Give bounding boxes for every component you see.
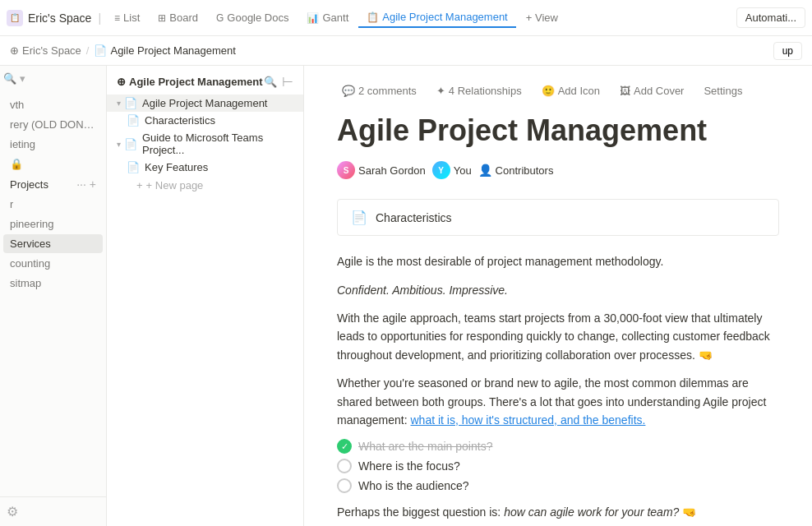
author-sarah[interactable]: S Sarah Gordon (337, 161, 426, 179)
tree-item-key-features[interactable]: 📄 Key Features (107, 159, 303, 176)
tree-item-agile-root[interactable]: ▾ 📄 Agile Project Management (107, 95, 303, 112)
left-panel: ⊕ Agile Project Management 🔍 ⊢ ▾ 📄 Agile… (107, 66, 304, 526)
sidebar-item-projects[interactable]: Projects ··· + (3, 174, 103, 194)
left-panel-actions: 🔍 ⊢ (264, 74, 293, 90)
add-icon-button[interactable]: 🙂 Add Icon (537, 82, 605, 99)
new-page-button[interactable]: + + New page (107, 176, 303, 195)
checkbox-3[interactable] (337, 478, 352, 493)
authors-row: S Sarah Gordon Y You 👤 Contributors (337, 161, 779, 179)
add-cover-button[interactable]: 🖼 Add Cover (615, 82, 689, 99)
comments-button[interactable]: 💬 2 comments (337, 82, 422, 99)
space-icon: 📋 (7, 10, 23, 26)
settings-button[interactable]: Settings (699, 82, 747, 99)
panel-space-icon: ⊕ (117, 76, 126, 88)
author-you[interactable]: Y You (432, 161, 472, 179)
sidebar-item-lock[interactable]: 🔒 (3, 155, 103, 173)
comment-icon: 💬 (342, 85, 355, 97)
main-layout: 🔍 ▾ vth rery (OLD DON'T US... ieting 🔒 P… (0, 66, 812, 526)
checklist-item-3[interactable]: Who is the audience? (337, 478, 779, 493)
sidebar-settings-icon[interactable]: ⚙ (7, 505, 18, 519)
automation-button[interactable]: Automati... (736, 7, 805, 28)
tree-doc-icon-char: 📄 (127, 114, 140, 127)
checklist: What are the main points? Where is the f… (337, 439, 779, 493)
tree-item-characteristics[interactable]: 📄 Characteristics (107, 112, 303, 129)
tree-doc-icon: 📄 (124, 97, 137, 109)
up-button[interactable]: up (773, 42, 802, 60)
sidebar: 🔍 ▾ vth rery (OLD DON'T US... ieting 🔒 P… (0, 66, 107, 526)
sidebar-item-vth[interactable]: vth (3, 95, 103, 114)
search-icon: 🔍 (3, 72, 16, 85)
breadcrumb-space[interactable]: ⊕ Eric's Space (10, 44, 81, 57)
tree-guide-toggle: ▾ (117, 140, 121, 149)
space-breadcrumb-icon: ⊕ (10, 44, 19, 57)
sidebar-item-services[interactable]: Services (3, 234, 103, 253)
panel-search-icon[interactable]: 🔍 (264, 76, 277, 88)
tab-gantt[interactable]: 📊 Gantt (298, 8, 357, 27)
characteristics-box[interactable]: 📄 Characteristics (337, 199, 779, 236)
relationships-icon: ✦ (436, 85, 445, 97)
content-final-paragraph: Perhaps the biggest question is: how can… (337, 503, 779, 521)
checklist-item-2[interactable]: Where is the focus? (337, 459, 779, 473)
nav-left: 📋 Eric's Space | (7, 10, 103, 26)
relationships-button[interactable]: ✦ 4 Relationships (431, 82, 527, 99)
projects-more-icon[interactable]: ··· (76, 178, 86, 191)
cover-icon: 🖼 (620, 85, 630, 97)
checkbox-2[interactable] (337, 459, 352, 473)
sidebar-item-engineering[interactable]: pineering (3, 215, 103, 233)
contributors-icon: 👤 (478, 164, 492, 177)
breadcrumb: ⊕ Eric's Space / 📄 Agile Project Managem… (0, 36, 812, 66)
tab-google-docs[interactable]: G Google Docs (208, 8, 298, 27)
sidebar-item-counting[interactable]: counting (3, 254, 103, 273)
left-panel-title: ⊕ Agile Project Management (117, 76, 263, 88)
content-paragraph-4: Whether you're seasoned or brand new to … (337, 374, 779, 429)
tree-toggle-icon: ▾ (117, 99, 121, 108)
panel-menu-icon[interactable]: ⊢ (282, 74, 293, 90)
content-paragraph-1: Agile is the most desirable of project m… (337, 252, 779, 270)
page-title[interactable]: Agile Project Management (337, 113, 779, 148)
lock-icon: 🔒 (10, 158, 23, 170)
sidebar-item-ieting[interactable]: ieting (3, 135, 103, 154)
nav-tabs: ≡ List ⊞ Board G Google Docs 📊 Gantt 📋 A… (106, 7, 733, 28)
checklist-item-1[interactable]: What are the main points? (337, 439, 779, 454)
contributors-button[interactable]: 👤 Contributors (478, 164, 554, 177)
breadcrumb-current: 📄 Agile Project Management (94, 44, 235, 57)
tree-item-guide[interactable]: ▾ 📄 Guide to Microsoft Teams Project... (107, 129, 303, 159)
breadcrumb-separator: / (86, 44, 90, 57)
content-paragraph-2: Confident. Ambitious. Impressive. (337, 281, 779, 299)
avatar-you: Y (432, 161, 450, 179)
top-navigation: 📋 Eric's Space | ≡ List ⊞ Board G Google… (0, 0, 812, 36)
content-link[interactable]: what it is, how it's structured, and the… (411, 413, 646, 427)
content-inner: 💬 2 comments ✦ 4 Relationships 🙂 Add Ico… (304, 66, 812, 526)
plus-icon: + (136, 179, 143, 191)
final-emoji: 🤜 (682, 505, 696, 519)
avatar-sarah: S (337, 161, 355, 179)
tab-agile[interactable]: 📋 Agile Project Management (358, 7, 515, 28)
doc-toolbar: 💬 2 comments ✦ 4 Relationships 🙂 Add Ico… (337, 82, 779, 99)
breadcrumb-actions: up (773, 42, 802, 60)
tab-list[interactable]: ≡ List (106, 8, 148, 27)
tab-add-view[interactable]: + View (518, 8, 566, 27)
left-panel-header: ⊕ Agile Project Management 🔍 ⊢ (107, 66, 303, 95)
sidebar-item-sitemap[interactable]: sitmap (3, 274, 103, 293)
sidebar-item-r[interactable]: r (3, 195, 103, 214)
doc-breadcrumb-icon: 📄 (94, 44, 107, 57)
projects-add-icon[interactable]: + (90, 178, 96, 191)
content-area: 💬 2 comments ✦ 4 Relationships 🙂 Add Ico… (304, 66, 812, 526)
sidebar-item-rery[interactable]: rery (OLD DON'T US... (3, 115, 103, 134)
emoji-icon: 🙂 (542, 85, 555, 97)
space-title[interactable]: Eric's Space (28, 12, 91, 25)
tab-board[interactable]: ⊞ Board (150, 8, 206, 27)
checkbox-1[interactable] (337, 439, 352, 454)
char-doc-icon: 📄 (351, 210, 367, 225)
content-paragraph-3: With the agile approach, teams start pro… (337, 309, 779, 364)
tree-guide-icon: 📄 (124, 138, 137, 150)
sidebar-bottom: ⚙ (0, 496, 106, 526)
tree-key-icon: 📄 (127, 161, 140, 173)
sidebar-search[interactable]: 🔍 ▾ (0, 66, 106, 91)
nav-right: Automati... (736, 7, 805, 28)
sidebar-items: vth rery (OLD DON'T US... ieting 🔒 Proje… (0, 91, 106, 297)
